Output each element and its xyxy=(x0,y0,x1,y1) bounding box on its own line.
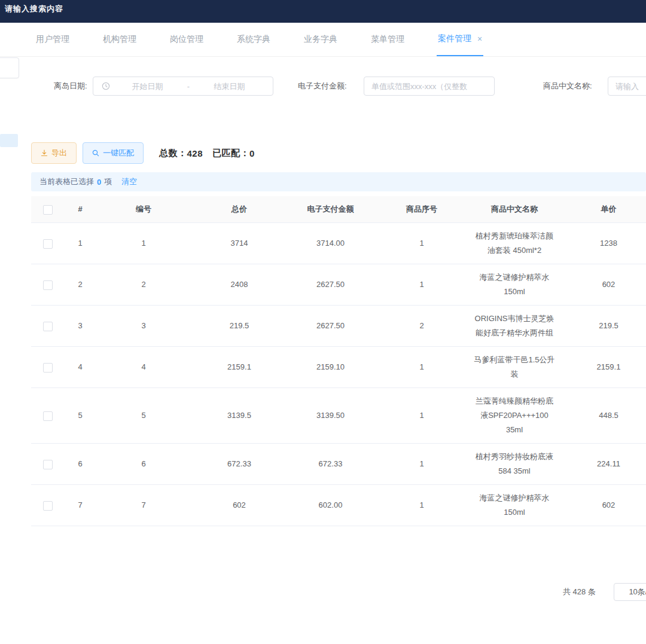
product-name-input[interactable] xyxy=(608,77,646,96)
table-row: 4 4 2159.1 2159.10 1 马爹利蓝带干邑1.5公升装 2159.… xyxy=(31,347,646,388)
cell-unit: 219.5 xyxy=(559,313,646,339)
cell-name: 海蓝之谜修护精萃水 150ml xyxy=(470,264,559,305)
row-checkbox[interactable] xyxy=(43,501,53,511)
cell-index: 1 xyxy=(65,230,96,257)
selection-count: 0 xyxy=(97,178,101,187)
tab-post-management[interactable]: 岗位管理 xyxy=(169,23,205,56)
end-date-input[interactable] xyxy=(192,81,267,91)
cell-seq: 1 xyxy=(374,451,470,477)
one-key-match-button[interactable]: 一键匹配 xyxy=(83,142,144,164)
tab-label: 菜单管理 xyxy=(371,34,404,45)
cell-total: 2159.1 xyxy=(191,354,287,380)
tab-bar: 用户管理 机构管理 岗位管理 系统字典 业务字典 菜单管理 案件管理 × xyxy=(0,23,646,57)
cell-seq: 1 xyxy=(374,402,470,429)
row-checkbox[interactable] xyxy=(43,322,53,331)
tab-label: 用户管理 xyxy=(36,34,69,45)
cell-epay: 672.33 xyxy=(287,451,374,477)
cell-seq: 1 xyxy=(374,533,470,539)
cell-total: 3139.5 xyxy=(191,402,287,429)
filter-row: 离岛日期: - 电子支付金额: 商品中文名称: xyxy=(0,77,646,97)
page-size-value: 10条/页 xyxy=(629,587,646,597)
tab-menu-management[interactable]: 菜单管理 xyxy=(370,23,406,56)
cell-name: 马爹利蓝带干邑1.5公升装 xyxy=(470,347,559,387)
page-size-select[interactable]: 10条/页 xyxy=(614,583,646,601)
total-label: 总数： xyxy=(159,148,187,159)
date-range-separator: - xyxy=(185,82,192,91)
cell-seq: 1 xyxy=(374,492,470,518)
tab-label: 机构管理 xyxy=(103,34,136,45)
tab-user-management[interactable]: 用户管理 xyxy=(35,23,71,56)
clear-selection-link[interactable]: 清空 xyxy=(121,176,137,187)
global-search-input[interactable]: 请输入搜索内容 xyxy=(5,4,63,14)
cell-index: 4 xyxy=(65,354,96,380)
cell-code: 3 xyxy=(96,313,191,339)
table-row: 3 3 219.5 2627.50 2 ORIGINS韦博士灵芝焕能好底子精华水… xyxy=(31,306,646,347)
tab-close-icon[interactable]: × xyxy=(477,35,482,43)
table-row: 7 7 602 602.00 1 海蓝之谜修护精萃水 150ml 602 xyxy=(31,485,646,526)
cell-unit: 224.11 xyxy=(559,451,646,477)
matched-value: 0 xyxy=(249,148,255,158)
cell-epay: 2627.50 xyxy=(287,313,374,339)
tab-org-management[interactable]: 机构管理 xyxy=(102,23,138,56)
cell-unit: 410.82 xyxy=(559,533,646,539)
epay-amount-input[interactable] xyxy=(364,77,495,96)
select-all-checkbox[interactable] xyxy=(43,205,53,215)
row-checkbox[interactable] xyxy=(43,411,53,421)
pagination: 共 428 条 10条/页 xyxy=(538,582,646,602)
clipped-panel-fragment xyxy=(0,57,19,78)
tab-system-dict[interactable]: 系统字典 xyxy=(236,23,272,56)
cell-unit: 602 xyxy=(559,492,646,518)
col-header-name: 商品中文名称 xyxy=(470,200,559,219)
tab-label: 案件管理 xyxy=(438,33,471,44)
download-icon xyxy=(41,149,48,157)
cell-epay: 3139.50 xyxy=(287,402,374,429)
cell-index: 5 xyxy=(65,402,96,429)
cell-total: 219.5 xyxy=(191,313,287,339)
row-checkbox[interactable] xyxy=(43,280,53,290)
total-value: 428 xyxy=(187,148,203,158)
tab-label: 系统字典 xyxy=(237,34,270,45)
data-table: # 编号 总价 电子支付金额 商品序号 商品中文名称 单价 1 1 3714 3… xyxy=(31,196,646,538)
search-icon xyxy=(92,149,99,157)
cell-name: 卡诗菁纯亮泽经典香氛 xyxy=(470,533,559,539)
cell-code: 4 xyxy=(96,354,191,380)
col-header-index: # xyxy=(65,200,96,219)
cell-total: 2408 xyxy=(191,271,287,298)
table-row: 8 8 1232.47 1232.47 1 卡诗菁纯亮泽经典香氛 410.82 xyxy=(31,526,646,538)
cell-total: 1232.47 xyxy=(191,533,287,539)
export-button[interactable]: 导出 xyxy=(31,142,77,164)
cell-index: 8 xyxy=(65,533,96,539)
cell-seq: 1 xyxy=(374,354,470,380)
cell-code: 2 xyxy=(96,271,191,298)
col-header-seq: 商品序号 xyxy=(374,200,470,219)
row-checkbox[interactable] xyxy=(43,363,53,373)
cell-epay: 2159.10 xyxy=(287,354,374,380)
pagination-total: 共 428 条 xyxy=(563,587,596,597)
start-date-input[interactable] xyxy=(110,81,185,91)
tab-case-management[interactable]: 案件管理 × xyxy=(437,23,483,56)
clock-icon xyxy=(99,82,110,90)
cell-name: ORIGINS韦博士灵芝焕能好底子精华水两件组 xyxy=(470,306,559,346)
table-row: 2 2 2408 2627.50 1 海蓝之谜修护精萃水 150ml 602 xyxy=(31,264,646,306)
amount-filter-label: 电子支付金额: xyxy=(298,77,347,96)
cell-total: 672.33 xyxy=(191,451,287,477)
toolbar: 导出 一键匹配 总数： 428 已匹配： 0 xyxy=(31,142,255,164)
row-checkbox[interactable] xyxy=(43,239,53,249)
match-stats: 总数： 428 已匹配： 0 xyxy=(159,148,255,159)
clipped-button-fragment xyxy=(0,134,18,147)
col-header-epay: 电子支付金额 xyxy=(287,200,374,219)
cell-total: 602 xyxy=(191,492,287,518)
cell-seq: 1 xyxy=(374,271,470,298)
cell-epay: 1232.47 xyxy=(287,533,374,539)
row-checkbox[interactable] xyxy=(43,460,53,469)
top-navbar: 请输入搜索内容 xyxy=(0,0,646,23)
cell-unit: 448.5 xyxy=(559,402,646,429)
cell-unit: 2159.1 xyxy=(559,354,646,380)
tab-label: 岗位管理 xyxy=(170,34,203,45)
table-header-row: # 编号 总价 电子支付金额 商品序号 商品中文名称 单价 xyxy=(31,196,646,223)
matched-label: 已匹配： xyxy=(212,148,249,159)
tab-business-dict[interactable]: 业务字典 xyxy=(303,23,339,56)
cell-code: 8 xyxy=(96,533,191,539)
date-range-picker[interactable]: - xyxy=(93,77,273,96)
cell-epay: 2627.50 xyxy=(287,271,374,298)
